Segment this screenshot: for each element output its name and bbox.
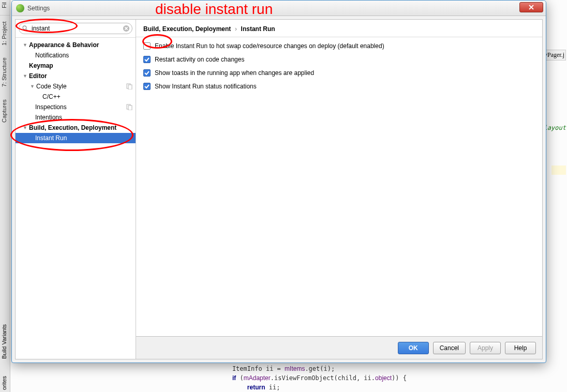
option-restart-activity[interactable]: Restart activity on code changes <box>143 56 535 63</box>
settings-sidebar: ▼Appearance & Behavior Notifications Key… <box>16 20 136 359</box>
app-icon <box>16 4 24 12</box>
apply-button[interactable]: Apply <box>470 342 501 354</box>
option-label: Enable Instant Run to hot swap code/reso… <box>155 42 384 50</box>
breadcrumb-separator-icon: › <box>235 25 237 33</box>
bg-highlight <box>551 165 566 175</box>
option-enable-instant-run[interactable]: Enable Instant Run to hot swap code/reso… <box>143 42 535 50</box>
settings-content: Build, Execution, Deployment › Instant R… <box>136 20 542 359</box>
tree-code-style[interactable]: ▼Code Style <box>16 81 136 92</box>
search-box <box>19 23 132 34</box>
settings-dialog: Settings ▼Appearance & Behavior Notifica… <box>11 0 546 363</box>
svg-rect-6 <box>128 105 132 110</box>
tree-instant-run[interactable]: Instant Run <box>16 133 136 143</box>
checkbox-enable[interactable] <box>143 42 151 50</box>
breadcrumb-parent[interactable]: Build, Execution, Deployment <box>143 25 231 33</box>
search-icon <box>22 25 28 32</box>
bg-tool-structure: 7: Structure <box>0 52 8 93</box>
tree-notifications[interactable]: Notifications <box>16 50 136 61</box>
tree-appearance-behavior[interactable]: ▼Appearance & Behavior <box>16 40 136 50</box>
clear-search-icon[interactable] <box>123 25 130 32</box>
tree-keymap[interactable]: Keymap <box>16 61 136 71</box>
help-button[interactable]: Help <box>505 342 536 354</box>
bg-tool-fil: Fil <box>0 0 8 10</box>
ok-button[interactable]: OK <box>398 342 429 354</box>
checkbox-status[interactable] <box>143 83 151 90</box>
svg-line-1 <box>26 29 28 31</box>
search-input[interactable] <box>32 25 120 32</box>
tree-build-execution[interactable]: ▼Build, Execution, Deployment <box>16 123 136 133</box>
tree-intentions[interactable]: Intentions <box>16 112 136 123</box>
option-label: Show toasts in the running app when chan… <box>155 69 314 77</box>
close-icon <box>529 5 534 10</box>
bg-tool-fav: orites <box>0 374 8 392</box>
titlebar[interactable]: Settings <box>12 1 546 16</box>
checkbox-toasts[interactable] <box>143 69 151 77</box>
bg-tool-build: Build Variants <box>0 322 8 361</box>
bg-tool-project: 1: Project <box>0 16 8 52</box>
option-label: Restart activity on code changes <box>155 56 244 63</box>
svg-point-0 <box>23 26 26 29</box>
breadcrumb: Build, Execution, Deployment › Instant R… <box>136 20 542 37</box>
option-label: Show Instant Run status notifications <box>155 83 257 90</box>
copy-icon <box>126 83 132 89</box>
bg-right-layout: layout <box>544 124 566 131</box>
tree-ccpp[interactable]: C/C++ <box>16 92 136 102</box>
dialog-footer: OK Cancel Apply Help <box>136 336 542 359</box>
svg-rect-4 <box>128 85 132 89</box>
tree-inspections[interactable]: Inspections <box>16 102 136 112</box>
option-show-toasts[interactable]: Show toasts in the running app when chan… <box>143 69 535 77</box>
close-button[interactable] <box>519 2 543 12</box>
settings-tree: ▼Appearance & Behavior Notifications Key… <box>16 38 136 359</box>
cancel-button[interactable]: Cancel <box>433 342 466 354</box>
checkbox-restart[interactable] <box>143 56 151 63</box>
copy-icon <box>126 104 132 110</box>
option-status-notifications[interactable]: Show Instant Run status notifications <box>143 83 535 90</box>
tree-editor[interactable]: ▼Editor <box>16 71 136 81</box>
bg-tool-captures: Captures <box>0 93 8 129</box>
window-title: Settings <box>27 5 50 12</box>
breadcrumb-current: Instant Run <box>241 25 275 33</box>
